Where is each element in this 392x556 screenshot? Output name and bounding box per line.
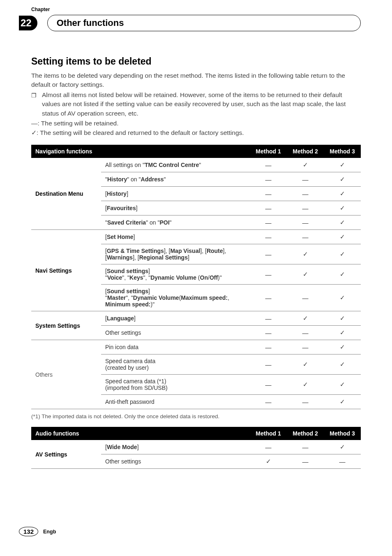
row-m2: ✓	[287, 158, 324, 172]
row-m1: —	[250, 354, 287, 375]
row-m3: ✓	[324, 244, 361, 264]
row-m1: —	[250, 395, 287, 409]
row-m1: —	[250, 326, 287, 340]
row-m3: ✓	[324, 340, 361, 354]
row-m1: —	[250, 215, 287, 230]
row-m1: —	[250, 230, 287, 244]
row-m3: ✓	[324, 201, 361, 215]
group-destination: Destination Menu	[31, 158, 101, 230]
nav-table-header-left: Navigation functions	[31, 145, 101, 158]
row-m2: ✓	[287, 264, 324, 285]
table-row: Destination Menu All settings on "TMC Co…	[31, 158, 361, 172]
row-m2: ✓	[287, 354, 324, 375]
table-row: System Settings [Language] — ✓ ✓	[31, 311, 361, 326]
section-title: Setting items to be deleted	[31, 56, 361, 67]
row-m3: ✓	[324, 375, 361, 395]
row-m2: —	[287, 230, 324, 244]
row-m3: ✓	[324, 215, 361, 230]
row-m1: —	[250, 440, 287, 454]
row-m3: ✓	[324, 354, 361, 375]
row-m3: ✓	[324, 172, 361, 187]
audio-table-header-m3: Method 3	[324, 427, 361, 440]
row-desc: [Language]	[101, 311, 250, 326]
intro-text: The items to be deleted vary depending o…	[31, 71, 361, 90]
row-m3: ✓	[324, 311, 361, 326]
group-system: System Settings	[31, 311, 101, 340]
footnote: (*1) The imported data is not deleted. O…	[31, 413, 361, 419]
audio-table-header-m1: Method 1	[250, 427, 287, 440]
row-m1: —	[250, 285, 287, 311]
bullet-icon: ❐	[31, 90, 42, 118]
chapter-number: 22	[19, 16, 37, 30]
audio-table-header-m2: Method 2	[287, 427, 324, 440]
row-m1: —	[250, 264, 287, 285]
row-desc: "History" on "Address"	[101, 172, 250, 187]
page-number: 132	[19, 527, 38, 536]
row-m1: —	[250, 244, 287, 264]
row-m2: —	[287, 340, 324, 354]
row-m1: —	[250, 187, 287, 201]
row-m3: ✓	[324, 264, 361, 285]
row-m1: —	[250, 375, 287, 395]
row-m2: ✓	[287, 311, 324, 326]
nav-table-header-desc	[101, 145, 250, 158]
row-desc: [GPS & Time Settings], [Map Visual], [Ro…	[101, 244, 250, 264]
row-m2: —	[287, 440, 324, 454]
page-lang: Engb	[43, 529, 56, 535]
nav-table-header-m1: Method 1	[250, 145, 287, 158]
legend-retained: —: The setting will be retained.	[31, 119, 361, 128]
row-m2: —	[287, 187, 324, 201]
row-desc: All settings on "TMC Control Centre"	[101, 158, 250, 172]
row-desc: Other settings	[101, 326, 250, 340]
row-m2: —	[287, 395, 324, 409]
nav-functions-table: Navigation functions Method 1 Method 2 M…	[31, 145, 361, 409]
table-row: Others Pin icon data — — ✓	[31, 340, 361, 354]
row-m3: ✓	[324, 440, 361, 454]
row-desc: [Sound settings]"Voice", "Keys", "Dynami…	[101, 264, 250, 285]
row-desc: "Saved Criteria" on "POI"	[101, 215, 250, 230]
bullet-text: Almost all items not listed below will b…	[42, 90, 361, 118]
row-m1: —	[250, 201, 287, 215]
table-row: AV Settings [Wide Mode] — — ✓	[31, 440, 361, 454]
row-m3: ✓	[324, 326, 361, 340]
row-desc: Anti-theft password	[101, 395, 250, 409]
row-m2: —	[287, 454, 324, 469]
audio-table-header-left: Audio functions	[31, 427, 101, 440]
row-m1: ✓	[250, 454, 287, 469]
group-others: Others	[31, 340, 101, 409]
row-m3: ✓	[324, 158, 361, 172]
row-desc: Other settings	[101, 454, 250, 469]
nav-table-header-m3: Method 3	[324, 145, 361, 158]
row-m3: —	[324, 454, 361, 469]
row-desc: Pin icon data	[101, 340, 250, 354]
row-m2: ✓	[287, 375, 324, 395]
row-m3: ✓	[324, 187, 361, 201]
row-m2: —	[287, 172, 324, 187]
row-m3: ✓	[324, 285, 361, 311]
row-m2: —	[287, 215, 324, 230]
row-m2: —	[287, 326, 324, 340]
row-m2: —	[287, 285, 324, 311]
row-desc: [Set Home]	[101, 230, 250, 244]
row-m1: —	[250, 158, 287, 172]
row-desc: [Favourites]	[101, 201, 250, 215]
row-desc: [Wide Mode]	[101, 440, 250, 454]
table-row: Navi Settings [Set Home] — — ✓	[31, 230, 361, 244]
row-desc: [History]	[101, 187, 250, 201]
row-m1: —	[250, 172, 287, 187]
audio-table-header-desc	[101, 427, 250, 440]
row-m1: —	[250, 340, 287, 354]
row-m3: ✓	[324, 230, 361, 244]
row-m1: —	[250, 311, 287, 326]
row-m2: ✓	[287, 244, 324, 264]
group-av: AV Settings	[31, 440, 101, 469]
row-desc: Speed camera data(created by user)	[101, 354, 250, 375]
row-desc: [Sound settings]"Master", "Dynamic Volum…	[101, 285, 250, 311]
row-m3: ✓	[324, 395, 361, 409]
row-desc: Speed camera data (*1)(imported from SD/…	[101, 375, 250, 395]
audio-functions-table: Audio functions Method 1 Method 2 Method…	[31, 427, 361, 469]
group-navi: Navi Settings	[31, 230, 101, 311]
chapter-title: Other functions	[47, 15, 361, 31]
chapter-label: Chapter	[31, 7, 50, 12]
row-m2: —	[287, 201, 324, 215]
